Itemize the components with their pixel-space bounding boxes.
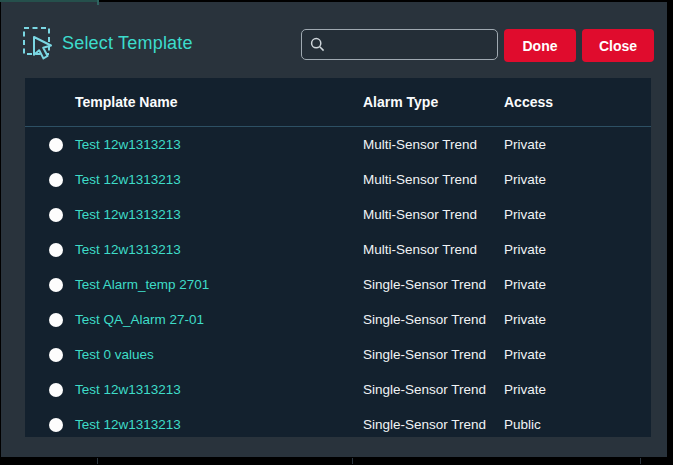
- template-radio-button[interactable]: [49, 313, 63, 327]
- template-radio-button[interactable]: [49, 383, 63, 397]
- alarm-type-cell: Multi-Sensor Trend: [363, 207, 504, 222]
- radio-cell: [25, 278, 75, 292]
- access-cell: Public: [504, 417, 651, 432]
- template-name-link[interactable]: Test 12w1313213: [75, 172, 363, 187]
- table-row[interactable]: Test 12w1313213 Single-Sensor Trend Publ…: [25, 407, 651, 437]
- access-cell: Private: [504, 312, 651, 327]
- radio-cell: [25, 243, 75, 257]
- access-cell: Private: [504, 277, 651, 292]
- done-button[interactable]: Done: [504, 29, 576, 62]
- bottom-edge-tick: [640, 458, 641, 464]
- template-radio-button[interactable]: [49, 418, 63, 432]
- template-radio-button[interactable]: [49, 138, 63, 152]
- access-cell: Private: [504, 382, 651, 397]
- template-name-link[interactable]: Test 12w1313213: [75, 242, 363, 257]
- template-name-link[interactable]: Test 12w1313213: [75, 382, 363, 397]
- top-edge: [0, 0, 673, 2]
- right-edge: [667, 0, 673, 465]
- table-header: Template Name Alarm Type Access: [25, 78, 651, 127]
- template-table: Template Name Alarm Type Access Test 12w…: [25, 78, 651, 437]
- column-header-alarm-type: Alarm Type: [363, 94, 504, 110]
- alarm-type-cell: Single-Sensor Trend: [363, 277, 504, 292]
- column-header-access: Access: [504, 94, 651, 110]
- alarm-type-cell: Single-Sensor Trend: [363, 347, 504, 362]
- left-edge: [0, 0, 1, 465]
- access-cell: Private: [504, 207, 651, 222]
- table-row[interactable]: Test Alarm_temp 2701 Single-Sensor Trend…: [25, 267, 651, 302]
- radio-cell: [25, 208, 75, 222]
- template-radio-button[interactable]: [49, 208, 63, 222]
- template-radio-button[interactable]: [49, 243, 63, 257]
- select-cursor-icon: [21, 25, 57, 69]
- search-input[interactable]: [332, 36, 489, 53]
- search-box[interactable]: [301, 29, 498, 60]
- search-icon: [310, 37, 325, 52]
- access-cell: Private: [504, 172, 651, 187]
- bottom-edge-tick: [97, 458, 98, 464]
- radio-cell: [25, 138, 75, 152]
- top-edge-tick: [97, 0, 99, 5]
- radio-cell: [25, 313, 75, 327]
- alarm-type-cell: Single-Sensor Trend: [363, 382, 504, 397]
- alarm-type-cell: Multi-Sensor Trend: [363, 172, 504, 187]
- close-button[interactable]: Close: [582, 29, 654, 62]
- access-cell: Private: [504, 347, 651, 362]
- table-row[interactable]: Test 0 values Single-Sensor Trend Privat…: [25, 337, 651, 372]
- template-name-link[interactable]: Test 12w1313213: [75, 207, 363, 222]
- alarm-type-cell: Multi-Sensor Trend: [363, 242, 504, 257]
- radio-cell: [25, 173, 75, 187]
- template-radio-button[interactable]: [49, 348, 63, 362]
- table-body: Test 12w1313213 Multi-Sensor Trend Priva…: [25, 127, 651, 437]
- alarm-type-cell: Multi-Sensor Trend: [363, 137, 504, 152]
- template-name-link[interactable]: Test 12w1313213: [75, 417, 363, 432]
- access-cell: Private: [504, 242, 651, 257]
- template-radio-button[interactable]: [49, 278, 63, 292]
- template-name-link[interactable]: Test Alarm_temp 2701: [75, 277, 363, 292]
- table-row[interactable]: Test QA_Alarm 27-01 Single-Sensor Trend …: [25, 302, 651, 337]
- table-row[interactable]: Test 12w1313213 Multi-Sensor Trend Priva…: [25, 162, 651, 197]
- table-row[interactable]: Test 12w1313213 Multi-Sensor Trend Priva…: [25, 127, 651, 162]
- template-name-link[interactable]: Test 0 values: [75, 347, 363, 362]
- alarm-type-cell: Single-Sensor Trend: [363, 312, 504, 327]
- radio-cell: [25, 383, 75, 397]
- select-template-dialog: Select Template Done Close Template Name…: [0, 0, 673, 465]
- template-radio-button[interactable]: [49, 173, 63, 187]
- top-edge-accent: [0, 0, 98, 2]
- template-name-link[interactable]: Test 12w1313213: [75, 137, 363, 152]
- template-name-link[interactable]: Test QA_Alarm 27-01: [75, 312, 363, 327]
- radio-cell: [25, 348, 75, 362]
- alarm-type-cell: Single-Sensor Trend: [363, 417, 504, 432]
- table-row[interactable]: Test 12w1313213 Single-Sensor Trend Priv…: [25, 372, 651, 407]
- bottom-edge: [0, 457, 673, 465]
- radio-cell: [25, 418, 75, 432]
- table-row[interactable]: Test 12w1313213 Multi-Sensor Trend Priva…: [25, 232, 651, 267]
- bottom-edge-tick: [352, 458, 353, 464]
- column-header-template-name: Template Name: [75, 94, 363, 110]
- dialog-title: Select Template: [62, 33, 193, 54]
- access-cell: Private: [504, 137, 651, 152]
- table-row[interactable]: Test 12w1313213 Multi-Sensor Trend Priva…: [25, 197, 651, 232]
